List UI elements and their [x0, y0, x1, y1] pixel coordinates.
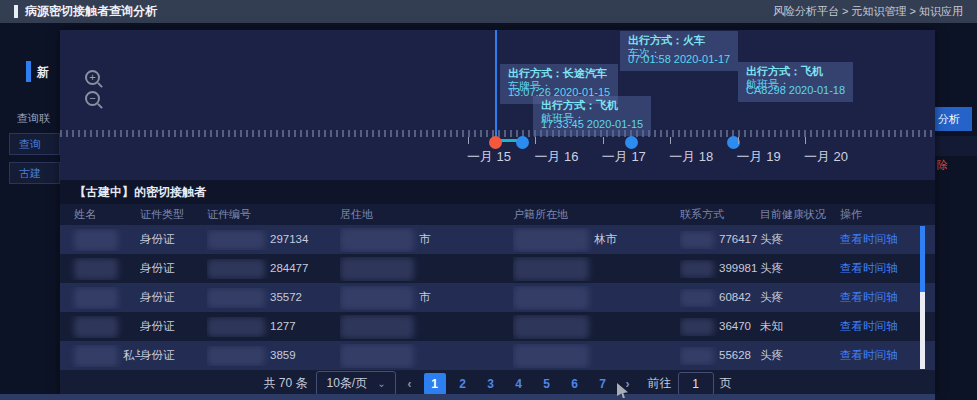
cell-text: 55628 [719, 349, 751, 361]
axis-day: 一月 20 [802, 137, 869, 166]
page-number-button[interactable]: 1 [424, 373, 446, 395]
view-timeline-link[interactable]: 查看时间轴 [840, 349, 898, 361]
redacted-blob [513, 228, 589, 252]
cell-id_no: 284477 [207, 259, 340, 279]
cell-name: 私与己 [60, 345, 140, 367]
cell-health: 头疼 [760, 261, 840, 276]
axis-label: 一月 20 [804, 148, 869, 166]
cell-residence: 市 [340, 228, 513, 252]
breadcrumb[interactable]: 风险分析平台 > 元知识管理 > 知识应用 [773, 4, 963, 19]
delete-link[interactable]: 除 [937, 158, 948, 173]
cell-text: 399981 [719, 262, 757, 274]
axis-label: 一月 17 [602, 148, 667, 166]
cell-text: 35572 [270, 291, 302, 303]
top-bar: 病源密切接触者查询分析 风险分析平台 > 元知识管理 > 知识应用 [0, 0, 977, 23]
redacted-blob [340, 344, 414, 368]
header-cell: 联系方式 [680, 207, 760, 222]
sidebar-item-new[interactable]: 新 [37, 64, 49, 81]
page-number-button[interactable]: 7 [592, 373, 614, 395]
zoom-out-icon[interactable]: − [85, 91, 100, 106]
axis-tick [603, 137, 604, 144]
redacted-blob [207, 317, 265, 337]
cell-registered [513, 344, 680, 368]
redacted-blob [340, 286, 414, 310]
cell-name [60, 287, 140, 309]
cell-id_no: 35572 [207, 288, 340, 308]
redacted-blob [74, 345, 118, 367]
axis-label: 一月 15 [467, 148, 532, 166]
cell-registered [513, 286, 680, 310]
goto-page-input[interactable] [678, 372, 714, 396]
redacted-blob [513, 344, 589, 368]
page-number-button[interactable]: 5 [536, 373, 558, 395]
cell-text: 60842 [719, 291, 751, 303]
goto-unit: 页 [720, 375, 732, 392]
view-timeline-link[interactable]: 查看时间轴 [840, 262, 898, 274]
axis-day: 一月 18 [667, 137, 734, 166]
redacted-blob [513, 315, 589, 339]
cell-health: 头疼 [760, 232, 840, 247]
cell-text: 市 [419, 291, 431, 303]
header-cell: 操作 [840, 207, 935, 222]
cell-name [60, 258, 140, 280]
redacted-blob [74, 229, 118, 251]
cell-residence [340, 257, 513, 281]
axis-tick [805, 137, 806, 144]
app-window: 病源密切接触者查询分析 风险分析平台 > 元知识管理 > 知识应用 新 查询联 … [0, 0, 977, 400]
redacted-blob [340, 257, 414, 281]
axis-label: 一月 19 [737, 148, 802, 166]
cell-text: 36470 [719, 320, 751, 332]
cell-residence [340, 344, 513, 368]
query-section-label: 查询联 [17, 111, 50, 126]
redacted-blob [513, 286, 589, 310]
cell-text: 未知 [760, 320, 783, 332]
cell-id_no: 297134 [207, 230, 340, 250]
redacted-blob [207, 259, 265, 279]
page-size-select[interactable]: 10条/页 ⌄ [316, 371, 395, 396]
scrollbar-thumb[interactable] [920, 226, 925, 292]
axis-day: 一月 15 [465, 137, 532, 166]
cell-health: 头疼 [760, 290, 840, 305]
table-scrollbar[interactable] [920, 226, 925, 369]
view-timeline-link[interactable]: 查看时间轴 [840, 233, 898, 245]
cell-id_no: 3859 [207, 346, 340, 366]
view-timeline-link[interactable]: 查看时间轴 [840, 291, 898, 303]
redacted-blob [207, 288, 265, 308]
next-page-button[interactable]: › [623, 377, 633, 391]
redacted-blob [207, 346, 265, 366]
cell-text: 头疼 [760, 233, 783, 245]
header-cell: 证件编号 [207, 207, 340, 222]
page-number-button[interactable]: 3 [480, 373, 502, 395]
cell-contact: 776417 [680, 231, 760, 249]
cell-id_no: 1277 [207, 317, 340, 337]
cell-name [60, 229, 140, 251]
redacted-blob [680, 289, 714, 307]
cell-id_type: 身份证 [140, 319, 207, 334]
page-number-button[interactable]: 2 [452, 373, 474, 395]
cell-health: 头疼 [760, 348, 840, 363]
zoom-in-icon[interactable]: + [85, 70, 100, 85]
view-timeline-link[interactable]: 查看时间轴 [840, 320, 898, 332]
cell-residence: 市 [340, 286, 513, 310]
cell-text: 林市 [594, 233, 617, 245]
axis-tick [670, 137, 671, 144]
query-button[interactable]: 查询 [9, 133, 60, 155]
page-title: 病源密切接触者查询分析 [25, 3, 157, 20]
cell-text: 头疼 [760, 262, 783, 274]
timeline-current-marker [495, 30, 497, 143]
bottom-strip [0, 394, 935, 400]
cell-health: 未知 [760, 319, 840, 334]
cell-contact: 55628 [680, 347, 760, 365]
prev-page-button[interactable]: ‹ [405, 377, 415, 391]
cell-text: 身份证 [140, 320, 175, 332]
page-number-button[interactable]: 6 [564, 373, 586, 395]
background-field [930, 136, 977, 156]
redacted-blob [513, 257, 589, 281]
page-number-button[interactable]: 4 [508, 373, 530, 395]
header-cell: 目前健康状况 [760, 207, 840, 222]
cell-registered: 林市 [513, 228, 680, 252]
gujian-link[interactable]: 古建 [9, 162, 60, 184]
redacted-blob [680, 318, 714, 336]
axis-tick [738, 137, 739, 144]
tooltip-train: 出行方式：火车 车次： 07:01:58 2020-01-17 [620, 31, 738, 71]
